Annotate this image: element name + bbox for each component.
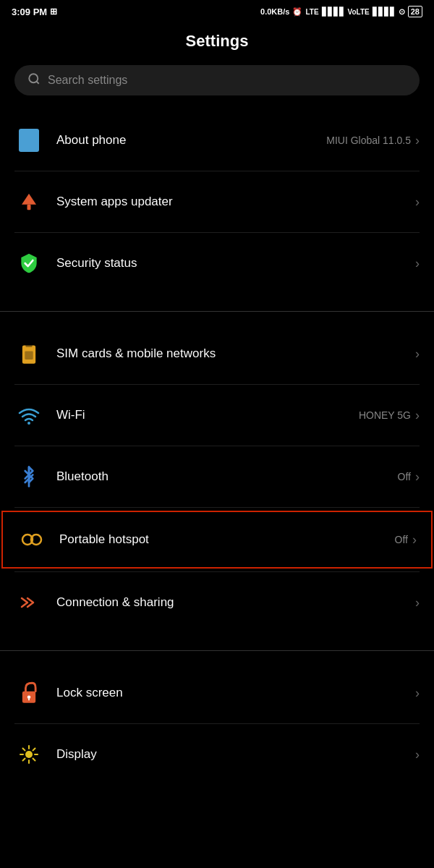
section-about: About phone MIUI Global 11.0.5 › System … — [0, 113, 434, 291]
chevron-icon: › — [415, 195, 420, 210]
search-bar-wrapper: Search settings — [0, 65, 434, 113]
about-phone-label: About phone — [56, 133, 126, 148]
chevron-icon: › — [415, 595, 420, 610]
settings-item-lock-screen[interactable]: Lock screen › — [0, 665, 434, 720]
chevron-icon: › — [415, 408, 420, 423]
chevron-icon: › — [415, 256, 420, 271]
svg-point-7 — [27, 422, 30, 425]
chevron-icon: › — [415, 346, 420, 362]
search-placeholder: Search settings — [48, 74, 127, 87]
section-network: SIM cards & mobile networks › Wi-Fi HONE… — [0, 326, 434, 630]
security-icon — [14, 249, 43, 278]
svg-rect-5 — [25, 342, 32, 347]
settings-item-about-phone[interactable]: About phone MIUI Global 11.0.5 › — [0, 113, 434, 168]
svg-rect-6 — [25, 352, 33, 359]
lock-screen-label: Lock screen — [56, 686, 123, 700]
lte2-icon: VoLTE — [348, 8, 370, 16]
divider — [14, 571, 420, 572]
settings-item-bluetooth[interactable]: Bluetooth Off › — [0, 449, 434, 504]
chevron-icon: › — [415, 469, 420, 485]
grid-icon: ⊞ — [50, 7, 57, 17]
status-indicators: 0.0KB/s ⏰ LTE ▋▋▋▋ VoLTE ▋▋▋▋ ⊙ 28 — [260, 6, 422, 17]
system-apps-label: System apps updater — [56, 195, 173, 209]
divider — [14, 723, 420, 724]
bluetooth-label: Bluetooth — [56, 469, 109, 484]
wifi-label: Wi-Fi — [56, 408, 85, 422]
svg-point-14 — [25, 751, 33, 758]
svg-marker-2 — [22, 194, 36, 205]
sim-icon — [14, 339, 43, 368]
settings-item-display[interactable]: Display › — [0, 727, 434, 782]
time-display: 3:09 PM — [12, 7, 47, 17]
hotspot-label: Portable hotspot — [59, 532, 149, 547]
wifi-value: HONEY 5G — [359, 409, 411, 421]
chevron-icon: › — [415, 686, 420, 701]
svg-line-20 — [33, 759, 35, 761]
chevron-icon: › — [415, 133, 420, 148]
section-display: Lock screen › Display — [0, 665, 434, 782]
sim-label: SIM cards & mobile networks — [56, 346, 216, 361]
search-icon — [27, 72, 41, 88]
status-bar: 3:09 PM ⊞ 0.0KB/s ⏰ LTE ▋▋▋▋ VoLTE ▋▋▋▋ … — [0, 0, 434, 20]
display-label: Display — [56, 747, 97, 762]
updater-icon — [14, 187, 43, 216]
connection-label: Connection & sharing — [56, 595, 174, 610]
network-speed: 0.0KB/s — [260, 7, 289, 16]
settings-item-sim[interactable]: SIM cards & mobile networks › — [0, 326, 434, 381]
section-gap — [0, 651, 434, 665]
settings-item-security[interactable]: Security status › — [0, 236, 434, 291]
svg-line-22 — [23, 759, 25, 761]
chevron-icon: › — [412, 532, 417, 548]
section-gap — [0, 297, 434, 311]
settings-item-connection[interactable]: Connection & sharing › — [0, 575, 434, 630]
section-gap — [0, 312, 434, 326]
alarm-icon: ⏰ — [292, 7, 302, 17]
connection-icon — [14, 588, 43, 617]
svg-rect-3 — [27, 205, 31, 210]
lock-icon — [14, 678, 43, 707]
status-time-area: 3:09 PM ⊞ — [12, 7, 57, 17]
divider — [14, 232, 420, 233]
svg-line-21 — [33, 749, 35, 751]
hotspot-value: Off — [395, 534, 408, 545]
wifi-status-icon: ⊙ — [399, 7, 405, 17]
divider — [14, 384, 420, 385]
divider — [14, 446, 420, 446]
divider — [14, 507, 420, 508]
about-phone-value: MIUI Global 11.0.5 — [326, 135, 411, 146]
bluetooth-value: Off — [398, 471, 411, 482]
signal-bars-2: ▋▋▋▋ — [373, 7, 396, 17]
settings-item-wifi[interactable]: Wi-Fi HONEY 5G › — [0, 388, 434, 443]
settings-item-system-apps[interactable]: System apps updater › — [0, 174, 434, 229]
section-gap — [0, 636, 434, 650]
svg-line-1 — [36, 81, 38, 83]
settings-item-hotspot[interactable]: Portable hotspot Off › — [1, 511, 433, 569]
divider — [14, 171, 420, 171]
bluetooth-icon — [14, 462, 43, 491]
wifi-icon — [14, 401, 43, 430]
svg-line-19 — [23, 749, 25, 751]
svg-point-0 — [29, 74, 38, 82]
display-icon — [14, 740, 43, 769]
signal-bars-1: ▋▋▋▋ — [322, 7, 345, 17]
page-title: Settings — [0, 20, 434, 65]
security-label: Security status — [56, 256, 137, 271]
lte-icon: LTE — [305, 8, 318, 16]
svg-point-12 — [27, 695, 31, 699]
phone-icon — [14, 126, 43, 155]
search-bar[interactable]: Search settings — [14, 65, 420, 95]
battery-icon: 28 — [408, 6, 422, 17]
hotspot-icon — [17, 525, 46, 554]
chevron-icon: › — [415, 747, 420, 762]
